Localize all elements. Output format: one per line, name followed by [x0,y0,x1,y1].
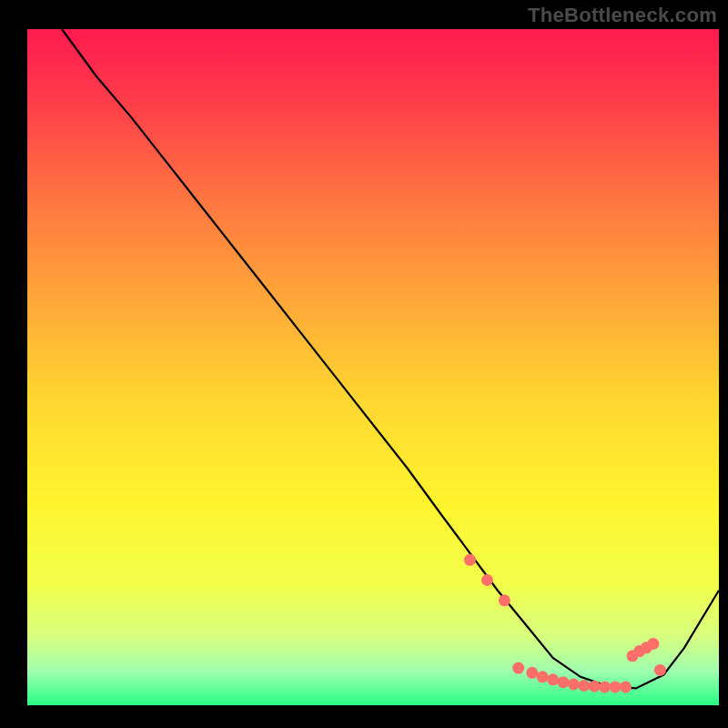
marker-point [481,574,493,586]
marker-point [526,667,538,679]
marker-point [647,638,659,650]
marker-point [558,676,570,688]
marker-point [610,681,622,693]
marker-point [620,681,632,693]
marker-point [599,681,611,693]
marker-point [499,594,511,606]
watermark-label: TheBottleneck.com [528,4,717,27]
bottleneck-chart [0,0,728,728]
plot-background [27,29,719,705]
marker-point [547,673,559,685]
marker-point [464,554,476,566]
marker-point [578,680,590,692]
marker-point [589,681,601,693]
chart-frame: TheBottleneck.com [0,0,728,728]
marker-point [654,664,666,676]
marker-point [568,679,580,691]
marker-point [512,662,524,674]
marker-point [537,671,549,682]
